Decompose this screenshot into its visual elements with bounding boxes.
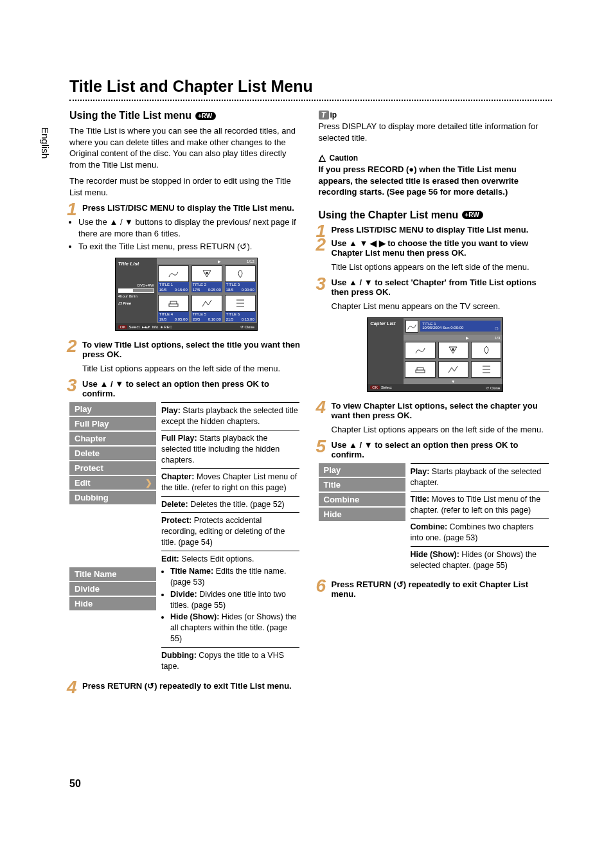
menu-item: Combine: [319, 492, 405, 507]
caution-icon: !Caution: [319, 154, 359, 163]
right-step2b: Title List options appears on the left s…: [332, 261, 553, 273]
scr2-close: Close: [490, 386, 500, 390]
option-description: Protect: Protects accidental recording, …: [161, 512, 299, 548]
left-intro2: The recorder must be stopped in order to…: [69, 175, 303, 198]
thumbnail-cell: [404, 360, 436, 379]
step-number-4-icon: 4: [67, 677, 77, 698]
option-description: Hide (Show): Hides (or Shows) the select…: [411, 546, 549, 571]
ok-key-icon: OK: [370, 385, 380, 389]
right-heading: Using the Chapter List menu +RW: [319, 209, 553, 221]
scr1-rec: ● REC: [161, 325, 172, 329]
chapter-options-menu: PlayTitleCombineHide: [319, 463, 405, 522]
rw-badge: +RW: [462, 211, 483, 219]
thumbnail-cell: [470, 341, 502, 360]
thumbnail-cell: TITLE 318/50:30:00: [224, 264, 257, 294]
svg-rect-3: [416, 370, 425, 373]
menu-item: Divide: [69, 581, 156, 596]
right-step6: 6 Press RETURN (↺) repeatedly to exit Ch…: [319, 580, 553, 599]
right-step3b: Chapter List menu appears on the TV scre…: [332, 301, 553, 312]
option-description: Dubbing: Copys the title to a VHS tape.: [161, 647, 299, 672]
left-step1-bullets: Use the ▲ / ▼ buttons to display the pre…: [78, 217, 303, 252]
menu-item: Full Play: [69, 416, 156, 431]
scr1-free: ▢ Free: [118, 301, 154, 305]
step-number-3-icon: 3: [67, 375, 77, 396]
menu-item: Hide: [319, 507, 405, 522]
thumbnail-cell: [470, 360, 502, 379]
step-number-2-icon: 2: [316, 235, 326, 255]
right-step4: 4 To view Chapter List options, select t…: [319, 401, 553, 420]
step-number-6-icon: 6: [316, 576, 326, 596]
left-heading-text: Using the Title List menu: [69, 110, 191, 121]
chapter-list-screenshot: Capter List TITLE 1 10/05/2004 Sun 0:00:…: [319, 317, 553, 392]
left-step3: 3 Use ▲ / ▼ to select an option then pre…: [69, 379, 303, 398]
left-step2b: Title List options appears on the left s…: [82, 363, 303, 375]
scr2-title: Capter List: [370, 321, 401, 326]
right-step3: 3 Use ▲ / ▼ to select 'Chapter' from Tit…: [319, 278, 553, 297]
caution-label: Caution: [330, 154, 359, 163]
svg-rect-1: [169, 304, 178, 306]
scr1-close: Close: [244, 325, 254, 329]
right-step1-text: Press LIST/DISC MENU to display Title Li…: [332, 225, 529, 235]
chevron-right-icon: ❯: [145, 478, 152, 488]
scr2-page: 1/3: [495, 336, 500, 340]
menu-item: Hide: [69, 596, 156, 611]
option-description: Edit: Selects Edit options.Title Name: E…: [161, 551, 299, 644]
page-number: 50: [69, 778, 81, 790]
menu-item: Title Name: [69, 567, 156, 581]
tip-label: ip: [330, 111, 337, 120]
tip-icon: T: [319, 111, 329, 120]
right-step1: 1 Press LIST/DISC MENU to display Title …: [319, 225, 553, 235]
caution-block: !Caution If you press RECORD (●) when th…: [319, 152, 553, 198]
thumbnail-cell: TITLE 419/50:05:00: [157, 294, 190, 323]
menu-item: Dubbing: [69, 490, 156, 505]
scr1-select: Select: [129, 325, 139, 329]
left-step2-text: To view Title List options, select the t…: [82, 340, 300, 359]
tip-block: Tip Press DISPLAY to display more detail…: [319, 110, 553, 143]
left-step2: 2 To view Title List options, select the…: [69, 340, 303, 359]
step-number-3-icon: 3: [316, 274, 326, 294]
svg-point-0: [206, 272, 208, 274]
option-description: Title: Moves to Title List menu of the c…: [411, 491, 549, 516]
step-number-4-icon: 4: [316, 397, 326, 418]
title-options-descriptions: Play: Starts playback the selected title…: [161, 402, 299, 674]
svg-point-2: [452, 348, 454, 351]
right-step2: 2 Use ▲ ▼ ◀ ▶ to choose the title you wa…: [319, 238, 553, 258]
thumbnail-cell: TITLE 621/50:15:00: [224, 294, 257, 323]
option-description: Chapter: Moves Chapter List menu of the …: [161, 468, 299, 493]
step-number-2-icon: 2: [67, 336, 77, 357]
thumbnail-cell: [404, 341, 436, 360]
edit-submenu: Title NameDivideHide: [69, 567, 156, 612]
page-title: Title List and Chapter List Menu: [69, 77, 552, 96]
tip-text: Press DISPLAY to display more detailed t…: [319, 121, 553, 143]
left-heading: Using the Title List menu +RW: [69, 110, 303, 121]
scr1-title: Title List: [118, 261, 154, 267]
left-intro1: The Title List is where you can see the …: [69, 125, 303, 170]
left-step4-text: Press RETURN (↺) repeatedly to exit Titl…: [82, 681, 292, 691]
right-step6-text: Press RETURN (↺) repeatedly to exit Chap…: [332, 580, 528, 599]
menu-item: Edit❯: [69, 475, 156, 490]
dotted-divider: [69, 100, 552, 101]
right-heading-text: Using the Chapter List menu: [319, 209, 459, 221]
step-number-5-icon: 5: [316, 436, 326, 457]
left-bullet1: Use the ▲ / ▼ buttons to display the pre…: [78, 217, 303, 239]
scr1-info: Info: [152, 325, 158, 329]
left-step1: 1 Press LIST/DISC MENU to display the Ti…: [69, 203, 303, 213]
title-list-screenshot: Title List DVD+RW 4hour 8min ▢ Free ▶1/1…: [69, 258, 303, 331]
option-description: Combine: Combines two chapters into one.…: [411, 518, 549, 544]
rw-badge: +RW: [195, 112, 216, 120]
thumbnail-cell: TITLE 520/50:10:00: [190, 294, 224, 323]
scr1-page: 1/12: [247, 260, 254, 263]
thumbnail-cell: [437, 341, 470, 360]
menu-item: Title: [319, 477, 405, 492]
side-language-label: English: [40, 127, 51, 159]
right-step4b: Chapter List options appears on the left…: [332, 424, 553, 436]
right-step2-text: Use ▲ ▼ ◀ ▶ to choose the title you want…: [332, 238, 529, 258]
left-step1-text: Press LIST/DISC MENU to display the Titl…: [82, 203, 294, 213]
menu-item: Delete: [69, 446, 156, 461]
option-description: Play: Starts playback of the selected ch…: [411, 463, 549, 488]
left-step3-text: Use ▲ / ▼ to select an option then press…: [82, 379, 269, 398]
step-number-1-icon: 1: [67, 199, 77, 220]
title-options-menu: PlayFull PlayChapterDeleteProtectEdit❯Du…: [69, 402, 156, 506]
scr2-select: Select: [381, 385, 392, 389]
right-step5-text: Use ▲ / ▼ to select an option then press…: [332, 440, 519, 459]
